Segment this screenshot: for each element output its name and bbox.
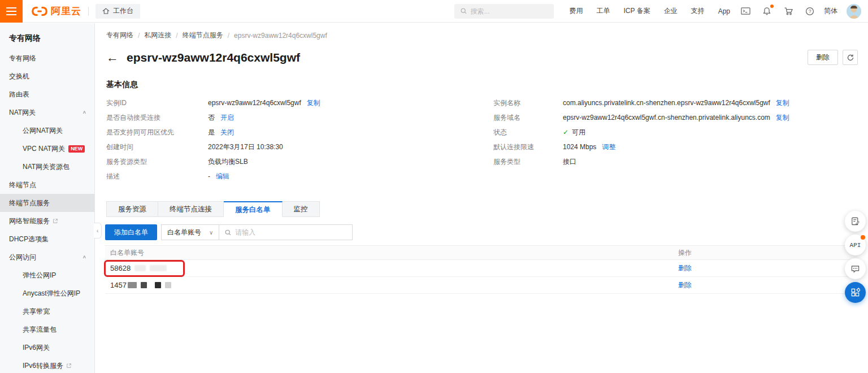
table-row: 58628 删除	[105, 260, 858, 277]
hamburger-menu-icon[interactable]	[0, 0, 23, 23]
breadcrumb-endpoint-service[interactable]: 终端节点服务	[183, 31, 223, 40]
add-whitelist-button[interactable]: 添加白名单	[105, 224, 157, 240]
sidebar-item-vpc[interactable]: 专有网络	[0, 49, 94, 67]
nav-item-app[interactable]: App	[718, 7, 730, 15]
notifications-bell-icon[interactable]	[762, 6, 772, 16]
breadcrumb-vpc[interactable]: 专有网络	[106, 31, 133, 40]
table-header: 白名单账号 操作	[105, 245, 858, 260]
apps-shortcut-button[interactable]	[845, 282, 866, 303]
basic-info-title: 基本信息	[106, 80, 868, 90]
chevron-down-icon: ∨	[209, 229, 213, 236]
nav-item-support[interactable]: 支持	[691, 6, 705, 16]
api-notification-dot	[861, 235, 865, 240]
sidebar-item-route-table[interactable]: 路由表	[0, 85, 94, 103]
breadcrumb-privatelink[interactable]: 私网连接	[144, 31, 171, 40]
breadcrumb: 专有网络 / 私网连接 / 终端节点服务 / epsrv-wz9aww12r4q…	[96, 23, 868, 40]
info-row-description: 描述 - 编辑	[106, 169, 493, 184]
column-whitelist-account: 白名单账号	[105, 248, 678, 258]
whitelist-search[interactable]	[219, 224, 353, 240]
info-row-created-time: 创建时间 2022年3月17日 10:38:30	[106, 140, 493, 154]
help-icon[interactable]: ?	[805, 6, 815, 16]
nav-item-icp[interactable]: ICP 备案	[624, 6, 650, 16]
sidebar-collapse-handle[interactable]: ‹	[94, 223, 102, 238]
info-row-instance-id: 实例ID epsrv-wz9aww12r4q6cxwl5gwf 复制	[106, 96, 493, 110]
aliyun-logo[interactable]: 阿里云	[31, 5, 81, 18]
whitelist-search-input[interactable]	[235, 228, 337, 236]
redaction-block	[155, 282, 161, 288]
info-row-service-name: 实例名称 com.aliyuncs.privatelink.cn-shenzhe…	[493, 96, 868, 110]
redaction-block	[165, 282, 171, 288]
tab-service-whitelist[interactable]: 服务白名单	[224, 201, 283, 217]
nav-item-enterprise[interactable]: 企业	[664, 6, 678, 16]
tab-service-resources[interactable]: 服务资源	[106, 201, 158, 217]
api-label: API	[850, 242, 861, 249]
info-row-auto-accept: 是否自动接受连接 否 开启	[106, 110, 493, 125]
sidebar-item-endpoint[interactable]: 终端节点	[0, 176, 94, 194]
feedback-button[interactable]	[845, 258, 866, 279]
sidebar-item-network-intelligence[interactable]: 网络智能服务	[0, 212, 94, 230]
survey-clipboard-icon	[850, 216, 860, 226]
global-search[interactable]	[454, 4, 554, 19]
survey-button[interactable]	[845, 211, 866, 232]
enable-link[interactable]: 开启	[220, 113, 234, 123]
sidebar-group-nat-gateway[interactable]: NAT网关 ∧	[0, 103, 94, 122]
language-switch[interactable]: 简体	[824, 6, 837, 16]
redaction-block	[134, 265, 146, 271]
info-row-status: 状态 ✓ 可用	[493, 125, 868, 140]
chevron-up-icon: ∧	[83, 105, 86, 120]
user-avatar[interactable]	[847, 4, 861, 19]
copy-link[interactable]: 复制	[776, 98, 789, 108]
sidebar-item-vpc-nat[interactable]: VPC NAT网关 NEW	[0, 140, 94, 158]
filter-field-select[interactable]: 白名单账号 ∨	[161, 224, 219, 240]
sidebar-item-vswitch[interactable]: 交换机	[0, 67, 94, 85]
api-button[interactable]: API	[845, 235, 866, 255]
sidebar-group-public-access[interactable]: 公网访问 ∧	[0, 248, 94, 266]
sidebar-item-eip[interactable]: 弹性公网IP	[0, 266, 94, 284]
account-id: 58628	[110, 264, 131, 272]
sidebar-item-data-transfer-plan[interactable]: 共享流量包	[0, 320, 94, 339]
sidebar: 专有网络 专有网络 交换机 路由表 NAT网关 ∧ 公网NAT网关 VPC NA…	[0, 23, 95, 373]
copy-link[interactable]: 复制	[776, 113, 789, 123]
sidebar-item-nat-resource-pack[interactable]: NAT网关资源包	[0, 158, 94, 176]
edit-link[interactable]: 编辑	[216, 172, 229, 181]
workbench-label: 工作台	[113, 6, 133, 16]
home-icon	[102, 7, 110, 15]
workbench-button[interactable]: 工作台	[96, 4, 140, 19]
sidebar-item-dhcp-options[interactable]: DHCP选项集	[0, 230, 94, 248]
tab-endpoint-connections[interactable]: 终端节点连接	[158, 201, 224, 217]
tab-monitoring[interactable]: 监控	[283, 201, 320, 217]
new-badge: NEW	[68, 145, 85, 153]
copy-link[interactable]: 复制	[307, 98, 320, 108]
delete-row-link[interactable]: 删除	[678, 264, 692, 272]
sidebar-item-ipv6-translation[interactable]: IPv6转换服务	[0, 357, 94, 373]
basic-info-grid: 实例ID epsrv-wz9aww12r4q6cxwl5gwf 复制 是否自动接…	[106, 96, 868, 184]
column-actions: 操作	[678, 248, 858, 258]
nav-item-billing[interactable]: 费用	[570, 6, 583, 16]
main-content: 专有网络 / 私网连接 / 终端节点服务 / epsrv-wz9aww12r4q…	[96, 23, 868, 373]
sidebar-item-public-nat[interactable]: 公网NAT网关	[0, 122, 94, 140]
sidebar-item-ipv6-gateway[interactable]: IPv6网关	[0, 339, 94, 357]
cloudshell-icon[interactable]	[740, 6, 750, 16]
delete-service-button[interactable]: 删除	[808, 50, 838, 65]
floating-action-stack: API	[845, 211, 866, 303]
disable-link[interactable]: 关闭	[220, 128, 234, 137]
sidebar-item-shared-bandwidth[interactable]: 共享带宽	[0, 302, 94, 320]
search-icon	[224, 229, 232, 236]
cart-icon[interactable]	[783, 6, 793, 16]
external-link-icon	[66, 363, 72, 368]
adjust-link[interactable]: 调整	[602, 142, 615, 152]
delete-row-link[interactable]: 删除	[678, 281, 692, 289]
breadcrumb-current: epsrv-wz9aww12r4q6cxwl5gwf	[234, 32, 327, 40]
sidebar-title: 专有网络	[0, 23, 94, 49]
logo-text: 阿里云	[51, 5, 81, 18]
back-arrow-icon[interactable]: ←	[106, 51, 119, 64]
whitelist-toolbar: 添加白名单 白名单账号 ∨	[105, 224, 868, 240]
refresh-button[interactable]	[843, 50, 858, 65]
page-title: epsrv-wz9aww12r4q6cxwl5gwf	[127, 51, 300, 64]
global-search-input[interactable]	[471, 7, 539, 15]
sidebar-item-endpoint-service[interactable]: 终端节点服务	[0, 194, 94, 212]
top-nav: 阿里云 工作台 费用 工单 ICP 备案 企业 支持 App	[0, 0, 868, 23]
nav-item-tickets[interactable]: 工单	[597, 6, 610, 16]
account-id: 1457	[110, 281, 127, 289]
sidebar-item-anycast-eip[interactable]: Anycast弹性公网IP	[0, 284, 94, 302]
